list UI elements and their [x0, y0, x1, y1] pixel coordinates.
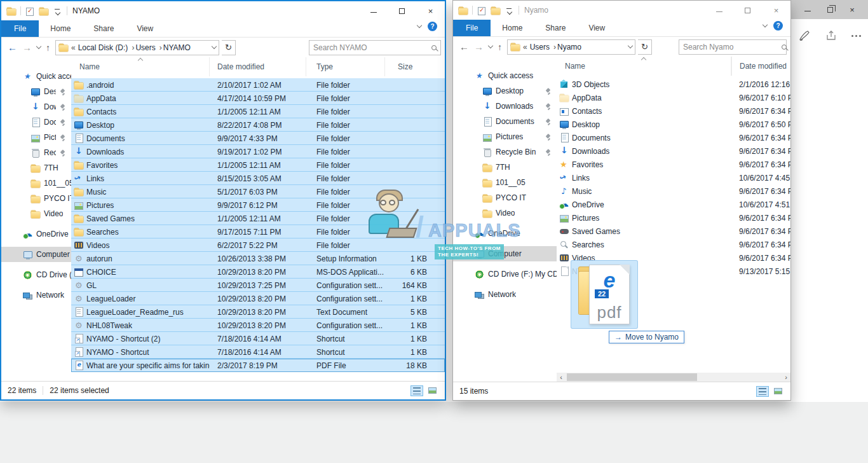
file-row[interactable]: Pictures 9/6/2017 6:34 PM	[557, 211, 790, 225]
titlebar[interactable]: NYAMO ×	[1, 1, 445, 20]
customize-toolbar-icon[interactable]	[53, 6, 63, 16]
thumbnail-view-icon[interactable]	[771, 386, 784, 397]
expand-ribbon-icon[interactable]	[417, 23, 422, 28]
sidebar-item[interactable]: 7TH	[453, 160, 557, 175]
sidebar-item[interactable]: Quick access	[453, 68, 557, 83]
file-row[interactable]: Desktop 9/6/2017 6:50 PM	[557, 118, 790, 131]
maximize-icon[interactable]	[388, 1, 416, 20]
file-row[interactable]: Contacts 1/1/2005 12:11 AM File folder	[71, 105, 445, 118]
file-row[interactable]: LeagueLoader_Readme_rus 10/29/2013 8:20 …	[71, 305, 445, 319]
scrollbar-track[interactable]	[566, 373, 782, 382]
drag-ghost[interactable]: e 22 pdf	[571, 260, 638, 329]
sidebar-item[interactable]: Network	[453, 287, 557, 302]
file-row[interactable]: AppData 9/6/2017 6:10 PM	[557, 91, 790, 104]
sidebar-item[interactable]: Computer	[453, 246, 557, 261]
help-icon[interactable]	[773, 21, 783, 31]
file-row[interactable]: Contacts 9/6/2017 6:34 PM	[557, 104, 790, 118]
file-row[interactable]: Downloads 9/6/2017 6:34 PM	[557, 144, 790, 158]
address-dropdown-icon[interactable]	[212, 44, 217, 49]
file-row[interactable]: Saved Games 1/1/2005 12:11 AM File folde…	[71, 212, 445, 225]
thumbnail-view-icon[interactable]	[426, 385, 438, 396]
ribbon-tab[interactable]: View	[125, 20, 165, 37]
sidebar-item[interactable]: PYCO IT	[453, 190, 557, 205]
search-box[interactable]	[679, 39, 787, 55]
customize-toolbar-icon[interactable]	[505, 6, 515, 15]
sidebar-item[interactable]: Downloads	[453, 99, 557, 114]
file-row[interactable]: GL 10/29/2013 7:25 PM Configuration sett…	[71, 279, 445, 292]
sidebar-item[interactable]: Downloads	[1, 99, 71, 114]
scroll-left-icon[interactable]: ‹	[557, 373, 566, 381]
maximize-icon[interactable]	[733, 1, 762, 20]
recent-locations-icon[interactable]	[36, 44, 41, 49]
sidebar-item[interactable]: PYCO IT	[1, 191, 71, 206]
up-icon[interactable]	[498, 42, 502, 52]
share-icon[interactable]	[825, 29, 837, 42]
file-row[interactable]: Desktop 8/22/2017 4:08 PM File folder	[71, 118, 445, 132]
sidebar-item[interactable]: Desktop	[453, 83, 557, 99]
column-header-name[interactable]: Name	[71, 57, 210, 76]
scroll-right-icon[interactable]: ›	[782, 373, 790, 381]
sidebar-item[interactable]: OneDrive	[453, 226, 557, 241]
address-dropdown-icon[interactable]	[628, 43, 633, 48]
file-row[interactable]: OneDrive 10/6/2017 4:51 PM	[557, 198, 790, 211]
sidebar-item[interactable]: Pictures	[453, 129, 557, 144]
sidebar-item[interactable]: Documents	[1, 114, 71, 130]
help-icon[interactable]	[428, 22, 437, 31]
file-row[interactable]: .android 2/10/2017 1:02 AM File folder	[71, 78, 445, 92]
sidebar-item[interactable]: Computer	[1, 247, 71, 262]
sidebar-item[interactable]: Recycle Bin	[453, 144, 557, 160]
file-row[interactable]: Links 10/6/2017 4:45 PM	[557, 171, 790, 184]
ribbon-tab[interactable]: View	[577, 20, 616, 36]
minimize-icon[interactable]	[705, 1, 733, 20]
file-row[interactable]: Searches 9/17/2015 7:11 PM File folder	[71, 225, 445, 238]
sidebar-item[interactable]: OneDrive	[1, 226, 71, 242]
checkmark-icon[interactable]	[477, 6, 487, 15]
sidebar-item[interactable]: Desktop	[1, 84, 71, 99]
file-row[interactable]: Videos 6/2/2017 5:22 PM File folder	[71, 238, 445, 252]
breadcrumb[interactable]: « UsersNyamo	[507, 39, 635, 55]
sidebar-item[interactable]: CD Drive (F:) My CDR	[453, 266, 557, 282]
file-row[interactable]: AppData 4/17/2014 10:59 PM File folder	[71, 92, 445, 105]
file-row[interactable]: Searches 9/6/2017 6:34 PM	[557, 238, 790, 251]
forward-icon[interactable]	[22, 42, 32, 53]
sidebar-item[interactable]: 7TH	[1, 160, 71, 176]
file-row[interactable]: NHL08Tweak 10/29/2013 8:20 PM Configurat…	[71, 319, 445, 332]
forward-icon[interactable]	[474, 41, 484, 52]
up-icon[interactable]	[46, 43, 50, 53]
checkmark-icon[interactable]	[25, 6, 35, 16]
search-input[interactable]	[313, 43, 431, 52]
column-header-name[interactable]: Name	[557, 57, 731, 76]
more-icon[interactable]	[851, 35, 861, 37]
sidebar-item[interactable]: 101__05	[453, 175, 557, 190]
sidebar-item[interactable]: Documents	[453, 114, 557, 129]
search-input[interactable]	[683, 43, 782, 52]
file-row[interactable]: Pictures 9/9/2017 6:12 PM File folder	[71, 198, 445, 212]
sidebar-item[interactable]: Recycle Bin	[1, 145, 71, 160]
column-header-date[interactable]: Date modified	[210, 57, 306, 76]
search-box[interactable]	[309, 40, 441, 55]
file-row[interactable]: CHOICE 10/29/2013 8:20 PM MS-DOS Applica…	[71, 265, 445, 279]
ribbon-tab[interactable]: Home	[39, 20, 82, 37]
breadcrumb-item[interactable]: NYAMO	[163, 43, 191, 52]
sidebar-item[interactable]: 101__05	[1, 176, 71, 191]
sidebar-item[interactable]: Quick access	[1, 69, 71, 84]
file-row[interactable]: LeagueLoader 10/29/2013 8:20 PM Configur…	[71, 292, 445, 305]
column-header-size[interactable]: Size	[385, 57, 431, 76]
breadcrumb-item[interactable]: Nyamo	[557, 43, 581, 52]
breadcrumb-item[interactable]: Local Disk (D:)	[78, 43, 136, 52]
sidebar-item[interactable]: CD Drive (F:) My CDR	[1, 267, 71, 282]
details-view-icon[interactable]	[756, 386, 769, 397]
refresh-button[interactable]	[638, 39, 652, 55]
ribbon-tab[interactable]: File	[1, 20, 39, 37]
back-icon[interactable]	[8, 42, 17, 53]
close-icon[interactable]: ×	[762, 1, 790, 20]
file-row[interactable]: Music 9/6/2017 6:34 PM	[557, 184, 790, 198]
file-row[interactable]: Saved Games 9/6/2017 6:34 PM	[557, 225, 790, 238]
file-row[interactable]: Downloads 9/19/2017 1:02 PM File folder	[71, 145, 445, 158]
details-view-icon[interactable]	[410, 385, 423, 396]
close-icon[interactable]: ×	[416, 1, 445, 20]
recent-locations-icon[interactable]	[488, 43, 493, 48]
sidebar-item[interactable]: Pictures	[1, 130, 71, 145]
back-icon[interactable]	[459, 41, 469, 52]
ribbon-tab[interactable]: File	[453, 20, 491, 36]
